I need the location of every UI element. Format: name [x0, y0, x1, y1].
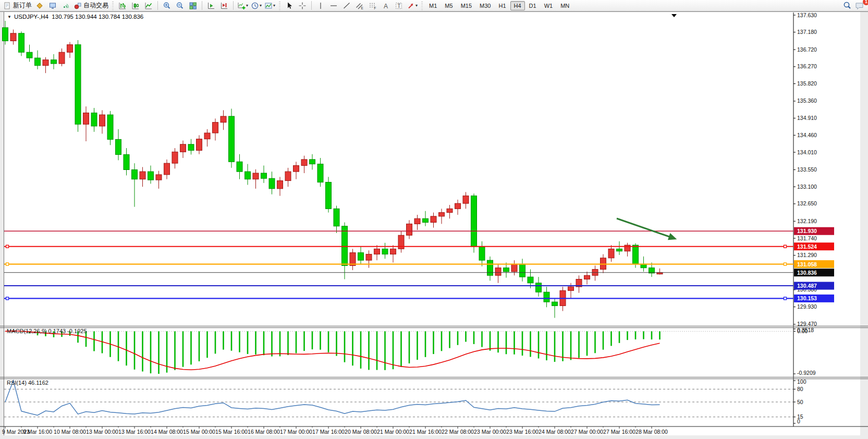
- auto-trading-button[interactable]: 自动交易: [72, 1, 109, 11]
- tile-windows-icon: [189, 2, 197, 10]
- timeframe-h1[interactable]: H1: [495, 1, 509, 10]
- svg-text:135.820: 135.820: [797, 80, 817, 87]
- trendline-button[interactable]: [340, 1, 353, 11]
- svg-text:23 Mar 00:00: 23 Mar 00:00: [474, 429, 506, 435]
- terminal-icon: [48, 2, 57, 10]
- toolbar-separator: [311, 1, 312, 10]
- chart-title[interactable]: ▼USDJPY-,H4 130.795 130.944 130.784 130.…: [7, 14, 143, 20]
- svg-text:17 Mar 16:00: 17 Mar 16:00: [312, 429, 345, 435]
- svg-text:24 Mar 08:00: 24 Mar 08:00: [539, 429, 571, 435]
- macd-signal-value: -0.1925: [67, 328, 87, 334]
- indicators-button[interactable]: ▾: [236, 1, 249, 11]
- svg-text:13 Mar 16:00: 13 Mar 16:00: [118, 429, 151, 435]
- clock-icon: [251, 2, 259, 10]
- cursor-button[interactable]: [283, 1, 296, 11]
- equidistant-channel-button[interactable]: E: [353, 1, 366, 11]
- templates-button[interactable]: ▾: [263, 1, 276, 11]
- candles-chart-icon: [131, 2, 140, 10]
- price-chart-canvas[interactable]: 137.630137.180136.720136.270135.820135.3…: [0, 11, 868, 439]
- svg-text:F: F: [374, 6, 376, 9]
- arrows-tool-button[interactable]: ▾: [406, 1, 419, 11]
- zoom-out-icon: [176, 2, 184, 10]
- signal-waves-icon: [62, 2, 70, 10]
- rsi-name: RSI(14): [7, 380, 27, 386]
- timeframe-m30[interactable]: M30: [476, 1, 494, 10]
- timeframe-h4[interactable]: H4: [510, 1, 525, 10]
- svg-text:15 Mar 00:00: 15 Mar 00:00: [183, 429, 215, 435]
- svg-text:130.487: 130.487: [797, 283, 817, 289]
- chevron-down-icon: ▾: [260, 3, 262, 8]
- horizontal-line-button[interactable]: [327, 1, 340, 11]
- text-label-button[interactable]: T: [393, 1, 405, 11]
- svg-text:131.740: 131.740: [797, 235, 817, 241]
- svg-text:136.720: 136.720: [797, 46, 817, 53]
- timeframe-m5[interactable]: M5: [441, 1, 456, 10]
- channel-icon: E: [356, 2, 364, 10]
- rsi-label: RSI(14) 46.1162: [7, 380, 48, 386]
- svg-text:20 Mar 08:00: 20 Mar 08:00: [345, 429, 377, 435]
- timeframe-m15[interactable]: M15: [457, 1, 475, 10]
- vertical-line-button[interactable]: [314, 1, 327, 11]
- crosshair-button[interactable]: [296, 1, 309, 11]
- chart-bars-button[interactable]: [116, 1, 129, 11]
- svg-text:134.010: 134.010: [797, 149, 817, 155]
- auto-scroll-button[interactable]: [205, 1, 217, 11]
- add-indicator-icon: [237, 2, 246, 10]
- rsi-value: 46.1162: [28, 380, 48, 386]
- new-order-button[interactable]: 新订单: [2, 1, 33, 11]
- chart-candles-button[interactable]: [129, 1, 142, 11]
- svg-text:13 Mar 00:00: 13 Mar 00:00: [86, 429, 118, 435]
- svg-text:131.290: 131.290: [797, 252, 817, 258]
- notification-badge: 1: [863, 0, 868, 5]
- trendline-icon: [343, 2, 351, 10]
- fibonacci-button[interactable]: F: [366, 1, 379, 11]
- text-button[interactable]: A: [380, 1, 392, 11]
- market-watch-button[interactable]: [33, 1, 46, 11]
- horizontal-line-icon: [329, 2, 338, 10]
- cursor-arrow-icon: [285, 2, 294, 10]
- svg-text:133.550: 133.550: [797, 166, 817, 173]
- timeframe-mn[interactable]: MN: [557, 1, 573, 10]
- macd-main-value: 0.1743: [48, 328, 66, 334]
- svg-text:10 Mar 08:00: 10 Mar 08:00: [54, 429, 86, 435]
- chat-button[interactable]: 1: [853, 1, 866, 11]
- arrows-tool-icon: [407, 2, 415, 10]
- tile-windows-button[interactable]: [187, 1, 199, 11]
- svg-text:134.460: 134.460: [797, 132, 817, 138]
- svg-text:9 Mar 16:00: 9 Mar 16:00: [23, 429, 52, 435]
- svg-text:14 Mar 08:00: 14 Mar 08:00: [151, 429, 183, 435]
- auto-trading-icon: [74, 2, 82, 10]
- terminal-button[interactable]: [46, 1, 59, 11]
- signals-button[interactable]: [59, 1, 72, 11]
- toolbar-separator: [157, 1, 158, 10]
- zoom-in-icon: [163, 2, 171, 10]
- chart-shift-button[interactable]: [218, 1, 230, 11]
- toolbar-grip: [112, 2, 114, 10]
- timeframe-d1[interactable]: D1: [525, 1, 540, 10]
- text-a-icon: A: [382, 2, 390, 10]
- svg-text:50: 50: [797, 399, 803, 405]
- fibonacci-icon: F: [369, 2, 377, 10]
- svg-text:136.270: 136.270: [797, 63, 817, 69]
- text-label-icon: T: [395, 2, 403, 10]
- chart-line-button[interactable]: [142, 1, 155, 11]
- search-button[interactable]: [841, 1, 853, 11]
- svg-text:133.100: 133.100: [797, 184, 817, 190]
- timeframe-m1[interactable]: M1: [425, 1, 441, 10]
- auto-trading-label: 自动交易: [83, 1, 108, 10]
- periods-button[interactable]: ▾: [250, 1, 263, 11]
- svg-text:27 Mar 16:00: 27 Mar 16:00: [603, 429, 635, 435]
- svg-text:T: T: [397, 3, 400, 9]
- svg-text:80: 80: [797, 386, 803, 392]
- zoom-in-button[interactable]: [161, 1, 173, 11]
- svg-text:134.910: 134.910: [797, 115, 817, 121]
- svg-text:137.180: 137.180: [797, 29, 817, 35]
- toolbar-separator: [202, 1, 202, 10]
- svg-text:129.930: 129.930: [797, 303, 817, 310]
- svg-text:17 Mar 00:00: 17 Mar 00:00: [280, 429, 312, 435]
- chart-ohlc-values: 130.795 130.944 130.784 130.836: [52, 14, 143, 20]
- toolbar-grip: [421, 2, 423, 10]
- timeframe-w1[interactable]: W1: [541, 1, 557, 10]
- zoom-out-button[interactable]: [174, 1, 186, 11]
- svg-text:-0.9209: -0.9209: [797, 370, 816, 376]
